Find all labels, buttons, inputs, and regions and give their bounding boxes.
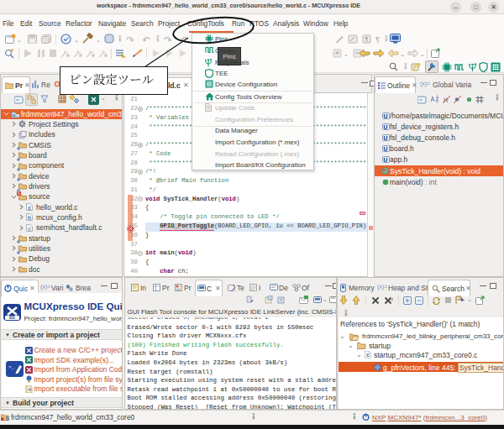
svg-text:c: c [366, 352, 370, 358]
svg-text:¶: ¶ [365, 36, 369, 42]
svg-text:c: c [28, 205, 31, 211]
svg-text:>_: >_ [8, 364, 15, 370]
svg-text:S: S [18, 191, 20, 196]
svg-text:IDE: IDE [8, 316, 15, 320]
svg-text:c: c [28, 225, 31, 231]
svg-text:h: h [28, 215, 31, 221]
svg-text:S: S [6, 415, 10, 421]
